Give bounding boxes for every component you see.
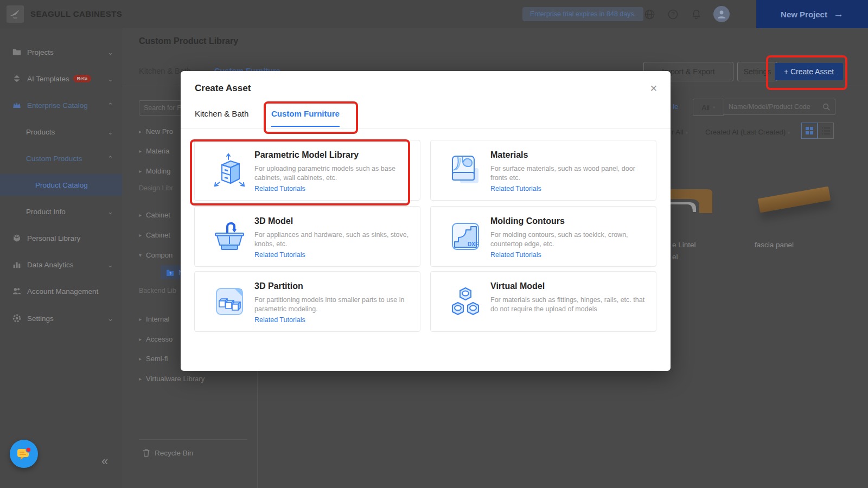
collapse-sidebar-icon[interactable]: « [101, 454, 108, 468]
grid-view-button[interactable] [801, 123, 818, 139]
caret-down-icon: ▾ [788, 130, 790, 136]
tree-bottom-divider [139, 439, 247, 440]
tree-item[interactable]: ▸New Pro [139, 125, 173, 138]
tree-item[interactable]: ▸Cabinet [139, 208, 170, 221]
tree-item[interactable]: ▸Virtualware Library [139, 372, 205, 385]
trash-icon [142, 448, 150, 457]
category-select[interactable]: All▾ [693, 99, 724, 116]
tree-arrow-icon: ▸ [139, 212, 142, 218]
molding-dxf-icon: DXF [448, 219, 483, 254]
related-tutorials-link[interactable]: Related Tutorials [490, 185, 541, 192]
sidebar-item-products[interactable]: Products ⌄ [0, 121, 122, 143]
product-name[interactable]: fascia panel [755, 241, 794, 249]
grid-icon [806, 127, 813, 134]
modal-tab-kitchen-bath[interactable]: Kitchen & Bath [195, 109, 248, 126]
list-view-button[interactable] [818, 123, 834, 139]
sort-dropdown[interactable]: Created At (Last Created) ▾ [705, 128, 790, 136]
tree-arrow-icon: ▸ [139, 168, 142, 174]
tree-item[interactable]: ▾Compon [139, 248, 173, 261]
sidebar-item-custom-products[interactable]: Custom Products ⌃ [0, 147, 122, 169]
search-icon [822, 103, 831, 111]
card-3d-partition[interactable]: 3D Partition For partitioning models int… [194, 271, 420, 332]
card-molding-contours[interactable]: DXF Molding Contours For molding contour… [430, 206, 656, 267]
card-title: 3D Partition [254, 281, 303, 291]
sidebar: Projects ⌄ AI TemplatesBeta ⌄ Enterprise… [0, 28, 122, 488]
chevron-down-icon: ⌄ [107, 128, 113, 136]
list-icon [822, 127, 830, 134]
topbar: SEAGULL CABINESTS Enterprise trial expir… [0, 0, 868, 28]
related-tutorials-link[interactable]: Related Tutorials [254, 316, 305, 324]
card-title: Parametric Model Library [254, 150, 359, 160]
sidebar-item-personal-library[interactable]: Personal Library [0, 227, 122, 249]
bell-icon[interactable] [691, 9, 702, 20]
arrow-right-icon: → [833, 8, 844, 20]
sidebar-item-settings[interactable]: Settings ⌄ [0, 307, 122, 329]
modal-tab-custom-furniture[interactable]: Custom Furniture [271, 109, 340, 127]
caret-down-icon: ▾ [713, 105, 716, 110]
parametric-cabinet-icon [212, 153, 247, 188]
card-description: For appliances and hardware, such as sin… [254, 230, 413, 249]
tree-item[interactable]: ▸Semi-fi [139, 352, 168, 365]
card-virtual-model[interactable]: Virtual Model For materials such as fitt… [430, 271, 656, 332]
user-icon [716, 9, 727, 20]
help-icon[interactable]: ? [667, 9, 679, 20]
tree-item[interactable]: ▸Cabinet [139, 228, 170, 241]
related-tutorials-link[interactable]: Related Tutorials [254, 251, 305, 259]
sidebar-item-enterprise-catalog[interactable]: Enterprise Catalog ⌃ [0, 94, 122, 116]
avatar[interactable] [713, 6, 730, 22]
brand-logo [7, 5, 24, 23]
folder-question-icon: ? [166, 269, 174, 276]
style-link[interactable]: le [673, 102, 678, 111]
tree-item[interactable]: ▸Materia [139, 144, 169, 157]
sidebar-item-product-catalog[interactable]: Product Catalog [0, 174, 122, 196]
card-description: For partitioning models into smaller par… [254, 296, 413, 314]
tree-arrow-icon: ▸ [139, 129, 142, 134]
sidebar-item-projects[interactable]: Projects ⌄ [0, 41, 122, 63]
seagull-icon [9, 8, 22, 21]
tree-item[interactable]: ▸Molding [139, 164, 171, 177]
tree-arrow-icon: ▸ [139, 356, 142, 362]
bar-chart-icon [12, 260, 22, 269]
product-name[interactable]: el [672, 253, 678, 261]
chevron-down-icon: ⌄ [107, 48, 113, 56]
related-tutorials-link[interactable]: Related Tutorials [254, 185, 305, 192]
filter-all-dropdown[interactable]: r All ▾ [672, 128, 688, 136]
card-title: Molding Contours [490, 216, 565, 226]
sidebar-item-product-info[interactable]: Product Info ⌄ [0, 201, 122, 222]
chevron-down-icon: ⌄ [107, 208, 113, 216]
product-name[interactable]: e Lintel [672, 241, 696, 249]
tree-arrow-icon: ▸ [139, 232, 142, 238]
svg-text:?: ? [169, 271, 171, 275]
new-project-button[interactable]: New Project → [756, 0, 868, 28]
sink-icon [212, 219, 247, 254]
card-parametric-model-library[interactable]: Parametric Model Library For uploading p… [194, 140, 420, 201]
globe-icon[interactable] [644, 9, 655, 20]
ai-templates-icon [12, 74, 22, 84]
related-tutorials-link[interactable]: Related Tutorials [490, 251, 541, 259]
chat-fab[interactable] [10, 440, 38, 468]
close-icon[interactable]: ✕ [650, 83, 658, 94]
sidebar-item-account-management[interactable]: Account Management [0, 280, 122, 302]
chevron-up-icon: ⌃ [107, 101, 113, 110]
card-materials[interactable]: Materials For surface materials, such as… [430, 140, 656, 201]
folder-icon [12, 47, 22, 57]
create-asset-button[interactable]: + Create Asset [775, 63, 843, 80]
svg-text:?: ? [672, 11, 675, 17]
settings-button[interactable]: Settings [737, 62, 777, 81]
card-description: For materials such as fittings, hinges, … [490, 296, 649, 314]
tree-item[interactable]: ▸Internal [139, 312, 169, 325]
sidebar-item-data-analytics[interactable]: Data Analytics ⌄ [0, 254, 122, 275]
card-3d-model[interactable]: 3D Model For appliances and hardware, su… [194, 206, 420, 267]
sidebar-item-ai-templates[interactable]: AI TemplatesBeta ⌄ [0, 68, 122, 89]
product-search-input[interactable] [723, 99, 835, 115]
card-title: Virtual Model [490, 281, 545, 291]
chat-bubble-icon [16, 446, 32, 461]
recycle-bin[interactable]: Recycle Bin [142, 448, 193, 457]
modal-title: Create Asset [195, 83, 251, 94]
tree-item[interactable]: ▸Accesso [139, 332, 173, 345]
partition-cubes-icon [212, 284, 247, 319]
tree-arrow-icon: ▾ [139, 252, 142, 258]
modal-tabs-divider [181, 129, 671, 129]
product-image-fascia[interactable] [758, 187, 831, 213]
brand-name: SEAGULL CABINESTS [30, 9, 122, 18]
